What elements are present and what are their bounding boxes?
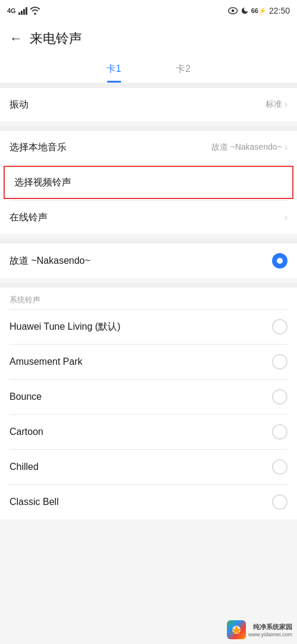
page-title: 来电铃声 [30,30,82,48]
battery-level: 66 [251,7,258,14]
tab-card2-label: 卡2 [176,64,191,74]
network-type: 4G [7,7,16,14]
divider-2 [0,239,297,244]
selected-ringtone-label: 故道 ~Nakasendo~ [10,255,90,267]
ringtone-label-cartoon: Cartoon [10,427,43,437]
local-music-value-group: 故道 ~Nakasendo~ › [211,142,287,153]
selected-ringtone-item[interactable]: 故道 ~Nakasendo~ [0,244,297,278]
video-ringtone-label: 选择视频铃声 [14,176,71,189]
video-ringtone-item[interactable]: 选择视频铃声 [4,166,293,199]
local-music-value: 故道 ~Nakasendo~ [211,142,282,153]
ringtone-item-chilled[interactable]: Chilled [0,450,297,484]
ringtone-radio-amusement-park[interactable] [272,354,287,370]
ringtone-item-amusement-park[interactable]: Amusement Park [0,345,297,379]
ringtone-label-chilled: Chilled [10,462,39,472]
back-button[interactable]: ← [10,31,23,46]
ringtone-label-bounce: Bounce [10,392,42,402]
moon-icon [241,7,249,15]
status-right: 66⚡ 22:50 [228,6,290,15]
ringtone-item-bounce[interactable]: Bounce [0,380,297,414]
svg-point-1 [231,10,234,12]
vibration-item[interactable]: 振动 标准 › [0,88,297,121]
system-ringtones-header: 系统铃声 [0,288,297,309]
thin-divider-1 [10,164,287,165]
selected-ringtone-section: 故道 ~Nakasendo~ [0,244,297,278]
ringtone-item-classic-bell[interactable]: Classic Bell [0,485,297,519]
battery-icon: 66⚡ [251,7,267,15]
ringtone-item-cartoon[interactable]: Cartoon [0,415,297,449]
wifi-icon [30,7,40,15]
time-display: 22:50 [269,6,290,15]
vibration-section: 振动 标准 › [0,88,297,121]
eye-icon [228,7,238,15]
ringtone-radio-cartoon[interactable] [272,424,287,440]
ringtone-item-huawei-tune[interactable]: Huawei Tune Living (默认) [0,310,297,344]
watermark-icon [227,620,246,639]
local-music-section: 选择本地音乐 故道 ~Nakasendo~ › 选择视频铃声 在线铃声 › [0,131,297,234]
vibration-value: 标准 [266,99,282,110]
system-ringtones-title: 系统铃声 [10,295,40,304]
tabs-container: 卡1 卡2 [0,53,297,83]
tab-card1-label: 卡1 [106,64,121,74]
local-music-chevron-icon: › [285,142,287,153]
ringtone-label-classic-bell: Classic Bell [10,497,59,507]
status-left: 4G [7,7,40,15]
ringtone-radio-bounce[interactable] [272,389,287,405]
status-bar: 4G 66⚡ 22:50 [0,0,297,21]
tab-card2[interactable]: 卡2 [166,58,200,83]
tabs-divider [0,83,297,88]
vibration-value-group: 标准 › [266,99,287,110]
online-ringtone-chevron-icon: › [285,212,287,223]
ringtone-radio-chilled[interactable] [272,459,287,475]
watermark: 纯净系统家园 www.yidaimei.com [227,620,292,639]
watermark-site: www.yidaimei.com [248,632,292,637]
signal-bars-icon [18,7,27,15]
divider-1 [0,126,297,131]
local-music-label: 选择本地音乐 [10,141,67,154]
ringtone-label-amusement-park: Amusement Park [10,356,83,367]
ringtone-radio-huawei-tune[interactable] [272,319,287,334]
page-header: ← 来电铃声 [0,21,297,53]
selected-ringtone-radio[interactable] [272,253,287,269]
system-ringtones-section: 系统铃声 Huawei Tune Living (默认) Amusement P… [0,288,297,519]
vibration-chevron-icon: › [285,99,287,110]
local-music-item[interactable]: 选择本地音乐 故道 ~Nakasendo~ › [0,131,297,164]
divider-3 [0,283,297,288]
watermark-brand: 纯净系统家园 [253,623,292,632]
tab-card1[interactable]: 卡1 [97,58,131,83]
vibration-label: 振动 [10,99,29,111]
ringtone-label-huawei-tune: Huawei Tune Living (默认) [10,321,121,333]
ringtone-radio-classic-bell[interactable] [272,494,287,510]
online-ringtone-item[interactable]: 在线铃声 › [0,201,297,234]
online-ringtone-label: 在线铃声 [10,211,48,224]
